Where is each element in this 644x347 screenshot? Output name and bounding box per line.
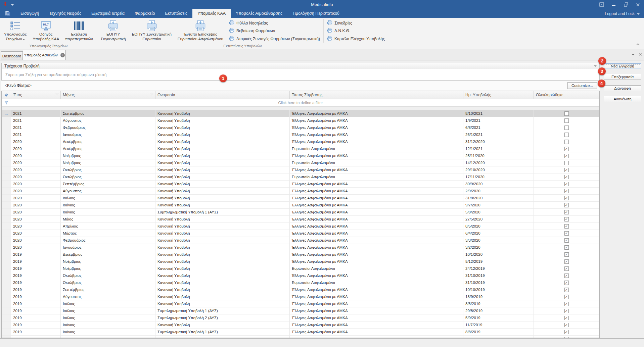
completed-checkbox[interactable] <box>564 217 569 221</box>
cell-oloklirothike[interactable] <box>534 258 599 265</box>
refresh-button[interactable]: Ανανέωση <box>604 96 641 102</box>
completed-checkbox[interactable] <box>564 274 569 278</box>
table-row[interactable]: → 2020 Ιούλιος Κανονική Υποβολή Έλληνες … <box>2 195 599 202</box>
current-view-dropdown[interactable]: Τρέχουσα Προβολή <box>1 63 600 69</box>
cell-oloklirothike[interactable] <box>534 321 599 329</box>
tab-close-icon[interactable]: × <box>60 53 65 57</box>
completed-checkbox[interactable] <box>564 238 569 243</box>
table-row[interactable]: → 2020 Μάρτιος Κανονική Υποβολή Έλληνες … <box>2 230 599 237</box>
cell-oloklirothike[interactable] <box>534 181 599 188</box>
cell-oloklirothike[interactable] <box>534 174 599 181</box>
cell-oloklirothike[interactable] <box>534 265 599 272</box>
table-row[interactable]: → 2021 Σεπτέμβριος Κανονική Υποβολή Έλλη… <box>2 110 599 117</box>
completed-checkbox[interactable] <box>564 259 569 264</box>
table-row[interactable]: → 2020 Ιούνιος Συμπληρωματική Υποβολή 1 … <box>2 209 599 216</box>
table-row[interactable]: → 2020 Ιούνιος Κανονική Υποβολή Έλληνες … <box>2 202 599 209</box>
filter-menu-icon[interactable] <box>150 91 153 99</box>
column-header-etos[interactable]: Έτος <box>11 91 61 99</box>
grid-filter-row[interactable]: Click here to define a filter <box>2 99 599 107</box>
completed-checkbox[interactable] <box>564 175 569 179</box>
kartela-elegxou-button[interactable]: Καρτέλα Ελέγχου Υποβολής <box>327 35 385 43</box>
cell-oloklirothike[interactable] <box>534 202 599 209</box>
column-header-oloklirothike[interactable]: Ολοκληρώθηκε <box>534 91 599 99</box>
table-row[interactable]: → 2019 Οκτώβριος Κανονική Υποβολή Έλληνε… <box>2 272 599 279</box>
filter-menu-icon[interactable] <box>55 91 59 99</box>
odigos-ypovolis-kaa-button[interactable]: HL7 Οδηγός Υποβολής ΚΑΑ <box>30 18 62 44</box>
completed-checkbox[interactable] <box>564 168 569 172</box>
cell-oloklirothike[interactable] <box>534 166 599 174</box>
ribbon-tab-eksoterika-iatreia[interactable]: Εξωτερικά Ιατρεία <box>86 9 130 18</box>
minimize-button[interactable] <box>608 0 620 9</box>
table-row[interactable]: → 2020 Δεκέμβριος Κανονική Υποβολή Έλλην… <box>2 138 599 145</box>
cell-oloklirothike[interactable] <box>534 223 599 230</box>
cell-oloklirothike[interactable] <box>534 124 599 131</box>
cell-oloklirothike[interactable] <box>534 293 599 300</box>
customize-button[interactable]: Customize... <box>567 82 597 89</box>
table-row[interactable]: → 2020 Μάιος Κανονική Υποβολή Έλληνες Ασ… <box>2 216 599 223</box>
completed-checkbox[interactable] <box>564 323 569 327</box>
completed-checkbox[interactable] <box>564 252 569 257</box>
table-row[interactable]: → 2020 Απρίλιος Κανονική Υποβολή Έλληνες… <box>2 223 599 230</box>
column-header-imerominia[interactable]: Ημ. Υποβολής <box>463 91 534 99</box>
table-row[interactable]: → 2019 Ιούλιος Κανονική Υποβολή Έλληνες … <box>2 300 599 307</box>
completed-checkbox[interactable] <box>564 281 569 285</box>
cell-oloklirothike[interactable] <box>534 195 599 202</box>
cell-oloklirothike[interactable] <box>534 279 599 286</box>
table-row[interactable]: → 2019 Ιούλιος Συμπληρωματική Υποβολή 2 … <box>2 314 599 321</box>
tab-ypovoles-asthenon[interactable]: Υποβολές Ασθενών × <box>23 50 66 60</box>
completed-checkbox[interactable] <box>564 316 569 320</box>
completed-checkbox[interactable] <box>564 288 569 292</box>
collapse-ribbon-icon[interactable] <box>636 41 640 47</box>
completed-checkbox[interactable] <box>564 133 569 137</box>
completed-checkbox[interactable] <box>564 118 569 123</box>
completed-checkbox[interactable] <box>564 295 569 299</box>
cell-oloklirothike[interactable] <box>534 117 599 124</box>
vevaiosi-farmakon-button[interactable]: Βεβαίωση Φαρμάκων <box>229 27 320 35</box>
cell-oloklirothike[interactable] <box>534 145 599 152</box>
file-menu-icon[interactable] <box>0 9 15 18</box>
cell-oloklirothike[interactable] <box>534 110 599 117</box>
completed-checkbox[interactable] <box>564 210 569 214</box>
cell-oloklirothike[interactable] <box>534 209 599 216</box>
cell-oloklirothike[interactable] <box>534 188 599 195</box>
tab-dashboard[interactable]: Dashboard <box>1 51 23 60</box>
new-record-button[interactable]: Νέα Εγγραφή <box>604 63 641 69</box>
ribbon-tab-timologisi-peristatikou[interactable]: Τιμολόγηση Περιστατικού <box>287 9 344 18</box>
table-row[interactable]: → 2019 Οκτώβριος Κανονική Υποβολή Ευρωπα… <box>2 279 599 286</box>
table-row[interactable]: → 2019 Ιούλιος Συμπληρωματική Υποβολή 1 … <box>2 307 599 314</box>
ribbon-tab-ypovoles-kaa[interactable]: Υποβολές ΚΑΑ <box>192 9 231 18</box>
table-row[interactable]: → 2019 Δεκέμβριος Κανονική Υποβολή Έλλην… <box>2 251 599 258</box>
completed-checkbox[interactable] <box>564 203 569 207</box>
select-all-asterisk-icon[interactable] <box>2 91 11 99</box>
cell-oloklirothike[interactable] <box>534 307 599 314</box>
cell-oloklirothike[interactable] <box>534 329 599 336</box>
close-pane-icon[interactable] <box>639 51 642 57</box>
cell-oloklirothike[interactable] <box>534 138 599 145</box>
restore-button[interactable] <box>620 0 632 9</box>
ribbon-tab-farmakeio[interactable]: Φαρμακείο <box>130 9 160 18</box>
edit-button[interactable]: Επεξεργασία <box>604 74 641 80</box>
table-row[interactable]: → 2020 Οκτώβριος Κανονική Υποβολή Ευρωπα… <box>2 174 599 181</box>
table-row[interactable]: → 2019 Νοέμβριος Κανονική Υποβολή Ευρωπα… <box>2 265 599 272</box>
cell-oloklirothike[interactable] <box>534 131 599 138</box>
ypologismos-stoixeion-button[interactable]: Υπολογισμός Στοιχείων <box>1 18 30 44</box>
completed-checkbox[interactable] <box>564 161 569 165</box>
cell-oloklirothike[interactable] <box>534 272 599 279</box>
completed-checkbox[interactable] <box>564 245 569 250</box>
completed-checkbox[interactable] <box>564 126 569 130</box>
table-row[interactable]: → 2020 Αύγουστος Κανονική Υποβολή Έλληνε… <box>2 188 599 195</box>
table-row[interactable]: → 2019 Σεπτέμβριος Κανονική Υποβολή Έλλη… <box>2 286 599 293</box>
completed-checkbox[interactable] <box>564 111 569 116</box>
table-row[interactable]: → 2020 Δεκέμβριος Κανονική Υποβολή Ευρωπ… <box>2 145 599 152</box>
table-row[interactable]: → 2020 Νοέμβριος Κανονική Υποβολή Ευρωπα… <box>2 159 599 166</box>
delete-button[interactable]: Διαγραφή <box>604 85 641 91</box>
tab-list-dropdown-icon[interactable] <box>632 51 635 57</box>
fyllo-nosileias-button[interactable]: Φύλλο Νοσηλείας <box>229 19 320 27</box>
completed-checkbox[interactable] <box>564 189 569 193</box>
cell-oloklirothike[interactable] <box>534 251 599 258</box>
table-row[interactable]: → 2021 Ιανουάριος Κανονική Υποβολή Έλλην… <box>2 131 599 138</box>
table-row[interactable]: → 2020 Σεπτέμβριος Κανονική Υποβολή Έλλη… <box>2 181 599 188</box>
table-row[interactable]: → 2021 Φεβρουάριος Κανονική Υποβολή Έλλη… <box>2 124 599 131</box>
eopyy-sygkentrotiki-evropaioi-button[interactable]: ΕΟΠΥΥ Συγκεντρωτική Ευρωπαίοι <box>129 18 175 44</box>
completed-checkbox[interactable] <box>564 154 569 158</box>
